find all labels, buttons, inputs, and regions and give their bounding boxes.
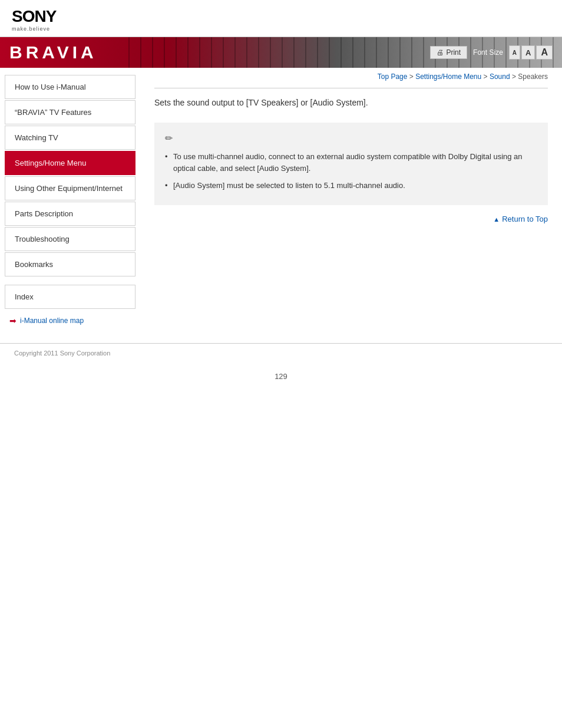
arrow-icon: ➡ [9, 316, 16, 325]
return-to-top-row: ▲ Return to Top [154, 205, 548, 229]
sidebar-item-bookmarks[interactable]: Bookmarks [5, 252, 135, 276]
sidebar-item-bravia-features[interactable]: “BRAVIA” TV Features [5, 100, 135, 124]
return-to-top-label: Return to Top [502, 215, 548, 223]
copyright-text: Copyright 2011 Sony Corporation [14, 350, 110, 357]
sidebar-item-settings-home-menu[interactable]: Settings/Home Menu [5, 151, 135, 175]
note-icon: ✏ [165, 131, 537, 146]
note-list: To use multi-channel audio, connect to a… [165, 151, 537, 192]
sidebar-item-watching-tv[interactable]: Watching TV [5, 126, 135, 150]
page-number: 129 [0, 363, 562, 390]
breadcrumb-sound[interactable]: Sound [490, 73, 510, 81]
sidebar-item-parts-description[interactable]: Parts Description [5, 202, 135, 226]
online-map-link[interactable]: ➡ i-Manual online map [0, 310, 140, 331]
font-medium-button[interactable]: A [521, 45, 535, 60]
print-icon: 🖨 [437, 48, 444, 57]
sidebar-divider [0, 278, 140, 284]
sidebar-item-troubleshooting[interactable]: Troubleshooting [5, 227, 135, 251]
font-size-label: Font Size [473, 48, 503, 57]
bravia-banner: BRAVIA 🖨 Print Font Size A A A [0, 37, 562, 68]
breadcrumb-settings-menu[interactable]: Settings/Home Menu [415, 73, 481, 81]
font-size-buttons: A A A [509, 45, 553, 60]
sidebar-item-using-other-equipment[interactable]: Using Other Equipment/Internet [5, 176, 135, 200]
page-description: Sets the sound output to [TV Speakers] o… [154, 98, 548, 114]
online-map-label: i-Manual online map [20, 317, 84, 325]
sidebar-item-index[interactable]: Index [5, 285, 135, 309]
triangle-up-icon: ▲ [493, 216, 500, 223]
footer: Copyright 2011 Sony Corporation [0, 343, 562, 363]
note-item-1: To use multi-channel audio, connect to a… [165, 151, 537, 176]
sidebar: How to Use i-Manual “BRAVIA” TV Features… [0, 68, 140, 337]
note-item-2: [Audio System] must be selected to liste… [165, 180, 537, 192]
sidebar-item-how-to-use[interactable]: How to Use i-Manual [5, 75, 135, 99]
sony-tagline: make.believe [12, 26, 50, 32]
bravia-title: BRAVIA [9, 42, 97, 62]
breadcrumb-top-page[interactable]: Top Page [378, 73, 408, 81]
breadcrumb: Top Page > Settings/Home Menu > Sound > … [154, 68, 548, 88]
note-box: ✏ To use multi-channel audio, connect to… [154, 123, 548, 205]
top-header: SONY make.believe [0, 0, 562, 37]
font-large-button[interactable]: A [536, 45, 553, 60]
content-area: Top Page > Settings/Home Menu > Sound > … [140, 68, 562, 337]
main-layout: How to Use i-Manual “BRAVIA” TV Features… [0, 68, 562, 337]
sony-wordmark: SONY [12, 7, 56, 26]
return-to-top-link[interactable]: ▲ Return to Top [493, 215, 548, 223]
print-button[interactable]: 🖨 Print [430, 46, 467, 59]
sony-logo: SONY make.believe [12, 7, 550, 32]
font-small-button[interactable]: A [509, 45, 520, 60]
breadcrumb-current: Speakers [518, 73, 548, 81]
bravia-controls: 🖨 Print Font Size A A A [430, 45, 553, 60]
